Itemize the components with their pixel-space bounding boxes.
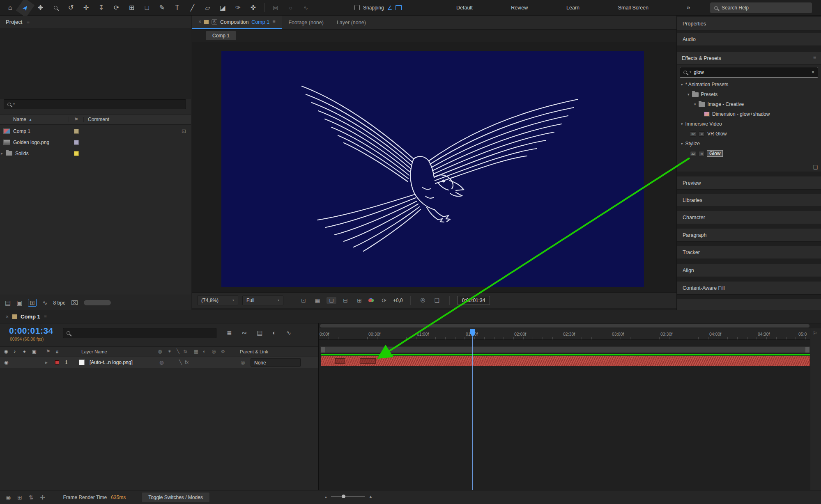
tree-item-animation-presets[interactable]: ▾ * Animation Presets [677, 80, 821, 89]
layer-name[interactable]: [Auto-t...n logo.png] [90, 360, 133, 365]
parent-link-column-label[interactable]: Parent & Link [240, 349, 268, 354]
effects-search-input[interactable] [694, 69, 809, 75]
project-panel-header[interactable]: Project ≡ [0, 16, 191, 28]
toggle-switches-modes-button[interactable]: Toggle Switches / Modes [141, 492, 210, 503]
show-snapshot-icon[interactable]: ❏ [432, 297, 442, 304]
panel-corner-icon[interactable]: ❏ [813, 165, 818, 170]
quality-switch-icon[interactable]: ◍ [158, 349, 162, 354]
chevron-down-icon[interactable]: ▾ [688, 92, 690, 96]
playhead-line[interactable] [472, 337, 473, 490]
effects-search-box[interactable]: ▾ × [680, 67, 818, 78]
timeline-search-box[interactable] [63, 328, 216, 338]
panel-character[interactable]: Character [677, 211, 821, 224]
column-name-label[interactable]: Name [13, 117, 26, 122]
blend-switch-icon[interactable]: ▦ [194, 349, 198, 354]
composition-canvas[interactable] [221, 51, 644, 287]
magnification-dropdown[interactable]: (74,8%) ▾ [197, 296, 238, 305]
comp-marker-icon[interactable]: ⚐ [813, 331, 817, 336]
layer-fx-icon[interactable]: fx [185, 360, 189, 365]
pen-tool-icon[interactable]: ✎ [154, 2, 170, 14]
rectangle-tool-icon[interactable]: □ [139, 2, 154, 14]
layer-quality-icon[interactable]: ◍ [159, 360, 163, 365]
project-row-solids[interactable]: ▸ Solids [0, 148, 191, 159]
tab-composition[interactable]: × 6 Composition Comp 1 ≡ [192, 16, 282, 29]
motion-blur-icon[interactable]: ◐ [272, 329, 276, 337]
track-camera-tool-icon[interactable]: ⋈ [268, 2, 283, 14]
roto-brush-tool-icon[interactable]: ✑ [230, 2, 246, 14]
chevron-down-icon[interactable]: ▾ [681, 82, 683, 87]
transparency-grid-icon[interactable]: ▦ [313, 297, 322, 304]
clone-stamp-tool-icon[interactable]: ▱ [200, 2, 215, 14]
channel-color-icon[interactable] [368, 298, 375, 303]
tree-item-glow-selected[interactable]: 32 ≋ Glow [677, 149, 821, 158]
label-column-icon[interactable]: ⚑ [46, 349, 50, 354]
snapshot-icon[interactable]: ✇ [418, 297, 428, 304]
help-search-input[interactable] [722, 5, 808, 11]
shy-layers-icon[interactable]: ∾ [242, 329, 247, 337]
preview-time-display[interactable]: 0:00:01:34 [457, 296, 490, 305]
effects-switch-icon[interactable]: ✶ [168, 349, 172, 354]
snap-angle-icon[interactable]: ∠ [387, 5, 393, 11]
panel-menu-icon[interactable]: ≡ [26, 19, 30, 25]
timeline-search-input[interactable] [70, 330, 213, 336]
expand-layer-switches-icon[interactable]: ◉ [6, 495, 11, 500]
mask-switch-icon[interactable]: ╲ [177, 349, 179, 354]
mask-visibility-icon[interactable]: □ [327, 297, 336, 304]
audio-column-icon[interactable]: ♪ [14, 349, 16, 354]
chevron-down-icon[interactable]: ▾ [681, 122, 683, 126]
zoom-tool-icon[interactable] [48, 2, 63, 14]
chevron-down-icon[interactable]: ▾ [681, 142, 683, 146]
sort-indicator-icon[interactable]: ▲ [29, 118, 32, 121]
panel-paragraph[interactable]: Paragraph [677, 229, 821, 242]
layer-mask-icon[interactable]: ╲ [179, 360, 182, 365]
workspace-learn[interactable]: Learn [564, 3, 582, 12]
eraser-tool-icon[interactable]: ◪ [215, 2, 230, 14]
snap-frame-icon[interactable] [396, 5, 402, 10]
selection-tool-icon[interactable]: ➤ [16, 0, 35, 17]
fx-switch-icon[interactable]: fx [184, 349, 187, 354]
project-row-comp1[interactable]: Comp 1 ⊡ [0, 126, 191, 137]
expand-chevron-icon[interactable]: ▸ [1, 151, 3, 156]
timeline-track-area[interactable]: 0:00f 00:30f 01:00f 01:30f 02:00f 02:30f… [318, 323, 821, 490]
eye-column-icon[interactable]: ◉ [4, 349, 8, 354]
type-tool-icon[interactable]: T [170, 2, 185, 14]
trash-icon[interactable]: ⌧ [71, 300, 78, 306]
column-comment-label[interactable]: Comment [84, 117, 109, 122]
panel-menu-icon[interactable]: ≡ [44, 314, 47, 319]
viewer-stage[interactable] [192, 42, 676, 292]
pan-behind-tool-icon[interactable]: ⊞ [124, 2, 139, 14]
chevron-down-icon[interactable]: ▾ [694, 102, 696, 106]
tree-item-vr-glow[interactable]: 32 ≋ VR Glow [677, 129, 821, 139]
scrollbar-thumb[interactable] [84, 300, 111, 305]
keyframe-region[interactable] [360, 358, 376, 364]
breadcrumb[interactable]: Comp 1 [206, 31, 236, 40]
adjust-levels-icon[interactable]: ∿ [42, 300, 48, 306]
label-color-chip[interactable] [74, 140, 79, 145]
trim-tool-icon[interactable]: ∿ [298, 2, 313, 14]
guides-icon[interactable]: ⊟ [340, 297, 350, 304]
project-search-input[interactable] [17, 101, 182, 108]
close-icon[interactable]: × [6, 314, 9, 319]
bpc-label[interactable]: 8 bpc [53, 300, 65, 306]
workspace-review[interactable]: Review [508, 3, 530, 12]
panel-partial[interactable] [677, 299, 821, 310]
parent-dropdown[interactable]: None ▾ [251, 358, 301, 367]
current-time-display[interactable]: 0:00:01:34 [9, 326, 53, 336]
help-search-box[interactable] [710, 2, 812, 13]
expand-chevron-icon[interactable]: ▸ [45, 360, 48, 365]
work-area-bar[interactable] [320, 346, 810, 353]
project-search-box[interactable]: ▾ [4, 99, 186, 109]
panel-preview[interactable]: Preview [677, 176, 821, 190]
tree-item-image-creative[interactable]: ▾ Image - Creative [677, 99, 821, 109]
reset-exposure-icon[interactable]: ⟳ [379, 297, 389, 304]
pickwhip-icon[interactable]: ◎ [241, 360, 245, 365]
panel-align[interactable]: Align [677, 264, 821, 277]
orbit-camera-tool-icon[interactable]: ↺ [63, 2, 78, 14]
panel-audio[interactable]: Audio [677, 33, 821, 46]
timeline-tab-label[interactable]: Comp 1 [21, 314, 40, 320]
panel-menu-icon[interactable]: ≡ [813, 55, 816, 61]
zoom-slider-knob[interactable] [342, 495, 345, 498]
layer-duration-bar[interactable] [321, 356, 810, 366]
resolution-dropdown[interactable]: Full ▾ [242, 296, 283, 305]
panel-menu-icon[interactable]: ≡ [272, 19, 275, 25]
